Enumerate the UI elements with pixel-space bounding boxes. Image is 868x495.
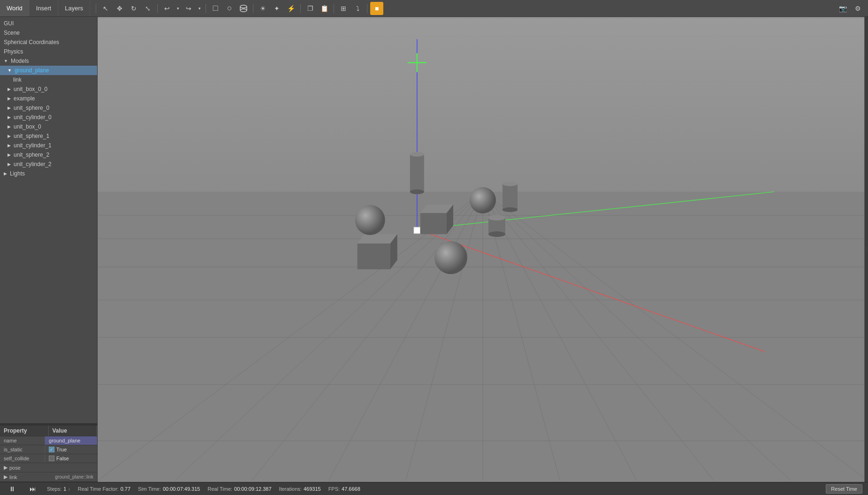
ground-plane-arrow: ▼ bbox=[8, 68, 12, 73]
ground-plane-link-label: link bbox=[13, 76, 22, 83]
translate-tool-button[interactable]: ✥ bbox=[113, 2, 126, 15]
svg-marker-33 bbox=[358, 244, 390, 269]
link-expand-left: ▶ link bbox=[4, 474, 17, 480]
steps-item: Steps: 1 ↓ bbox=[47, 486, 70, 492]
ground-plane-link-item[interactable]: link bbox=[0, 75, 97, 84]
redo-dropdown-button[interactable]: ▾ bbox=[196, 2, 203, 15]
sim-time-item: Sim Time: 00:00:07:49.315 bbox=[138, 486, 200, 492]
prop-key-is-static: is_static bbox=[0, 445, 45, 454]
right-edge-handle[interactable]: ⋮ bbox=[864, 17, 868, 482]
menu-tab-world[interactable]: World bbox=[0, 0, 30, 16]
unit-box-0-item[interactable]: ▶ unit_box_0 bbox=[0, 122, 97, 131]
prop-val-name[interactable]: ground_plane bbox=[45, 436, 97, 445]
scene-label: Scene bbox=[4, 30, 20, 36]
real-time-value: 00:00:09:12.387 bbox=[234, 486, 272, 492]
paste-button[interactable]: 📋 bbox=[318, 2, 331, 15]
svg-point-40 bbox=[470, 187, 496, 213]
menu-tab-layers[interactable]: Layers bbox=[58, 0, 90, 16]
fps-value: 47.6668 bbox=[342, 486, 360, 492]
link-arrow: ▶ bbox=[4, 474, 8, 480]
scale-tool-button[interactable]: ⤡ bbox=[141, 2, 154, 15]
copy-button[interactable]: ❐ bbox=[304, 2, 317, 15]
unit-box-0-0-item[interactable]: ▶ unit_box_0_0 bbox=[0, 84, 97, 94]
steps-value: 1 bbox=[63, 486, 66, 492]
directional-light-button[interactable]: ☀ bbox=[256, 2, 269, 15]
unit-sphere-0-item[interactable]: ▶ unit_sphere_0 bbox=[0, 103, 97, 113]
unit-box-0-arrow: ▶ bbox=[8, 124, 11, 129]
gui-item[interactable]: GUI bbox=[0, 19, 97, 28]
toolbar-separator-4 bbox=[253, 4, 253, 13]
unit-box-0-label: unit_box_0 bbox=[14, 123, 41, 130]
iterations-value: 469315 bbox=[304, 486, 321, 492]
spherical-coordinates-item[interactable]: Spherical Coordinates bbox=[0, 38, 97, 47]
svg-point-0 bbox=[240, 5, 247, 8]
link-value: ground_plane::link bbox=[55, 474, 93, 480]
unit-cylinder-1-item[interactable]: ▶ unit_cylinder_1 bbox=[0, 141, 97, 150]
prop-val-self-collide[interactable]: False bbox=[45, 454, 97, 463]
unit-sphere-2-arrow: ▶ bbox=[8, 152, 11, 157]
highlight-button[interactable]: ■ bbox=[370, 2, 383, 15]
prop-val-is-static[interactable]: ✓ True bbox=[45, 445, 97, 454]
rotate-tool-button[interactable]: ↻ bbox=[127, 2, 140, 15]
svg-rect-29 bbox=[414, 227, 420, 234]
select-tool-button[interactable]: ↖ bbox=[99, 2, 112, 15]
pose-label: pose bbox=[9, 465, 21, 471]
status-bar: ⏸ ⏭ Steps: 1 ↓ Real Time Factor: 0.77 Si… bbox=[0, 482, 868, 495]
lights-item[interactable]: ▶ Lights bbox=[0, 169, 97, 178]
models-expand[interactable]: ▼ Models bbox=[0, 56, 97, 66]
svg-marker-37 bbox=[420, 213, 447, 234]
unit-sphere-0-label: unit_sphere_0 bbox=[14, 105, 49, 111]
example-item[interactable]: ▶ example bbox=[0, 94, 97, 103]
iterations-item: Iterations: 469315 bbox=[279, 486, 321, 492]
example-arrow: ▶ bbox=[8, 96, 11, 101]
unit-cylinder-0-item[interactable]: ▶ unit_cylinder_0 bbox=[0, 113, 97, 122]
insert-sphere-button[interactable]: ○ bbox=[223, 2, 236, 15]
svg-rect-41 bbox=[503, 184, 518, 210]
ground-plane-item[interactable]: ▼ ground_plane bbox=[0, 66, 97, 75]
spot-light-button[interactable]: ⚡ bbox=[284, 2, 297, 15]
screenshot-button[interactable]: 📷 bbox=[836, 2, 849, 15]
undo-button[interactable]: ↩ bbox=[160, 2, 174, 15]
unit-sphere-2-label: unit_sphere_2 bbox=[14, 152, 49, 158]
viewport[interactable]: ⋮ bbox=[98, 17, 868, 482]
top-bar: World Insert Layers ↖ ✥ ↻ ⤡ ↩ ▾ ↪ ▾ □ ○ … bbox=[0, 0, 868, 17]
unit-cylinder-0-label: unit_cylinder_0 bbox=[14, 114, 52, 121]
physics-item[interactable]: Physics bbox=[0, 47, 97, 56]
example-label: example bbox=[14, 95, 35, 102]
prop-key-self-collide: self_collide bbox=[0, 454, 45, 463]
toolbar-separator-5 bbox=[300, 4, 301, 13]
real-time-label: Real Time: bbox=[207, 486, 232, 492]
step-forward-button[interactable]: ⏭ bbox=[26, 482, 39, 495]
align-button[interactable]: ⊞ bbox=[337, 2, 350, 15]
insert-box-button[interactable]: □ bbox=[209, 2, 222, 15]
self-collide-checkbox[interactable] bbox=[49, 456, 54, 461]
unit-cylinder-2-arrow: ▶ bbox=[8, 162, 11, 167]
reset-time-button[interactable]: Reset Time bbox=[826, 484, 862, 494]
sim-time-value: 00:00:07:49.315 bbox=[163, 486, 200, 492]
svg-rect-30 bbox=[410, 154, 424, 192]
prop-expand-pose[interactable]: ▶ pose bbox=[0, 463, 97, 472]
settings-button[interactable]: ⚙ bbox=[851, 2, 864, 15]
unit-sphere-1-item[interactable]: ▶ unit_sphere_1 bbox=[0, 131, 97, 141]
svg-point-47 bbox=[434, 241, 467, 274]
svg-point-43 bbox=[503, 207, 518, 212]
prop-expand-link[interactable]: ▶ link ground_plane::link bbox=[0, 472, 97, 482]
menu-tab-insert[interactable]: Insert bbox=[30, 0, 59, 16]
scene-item[interactable]: Scene bbox=[0, 28, 97, 38]
unit-sphere-2-item[interactable]: ▶ unit_sphere_2 bbox=[0, 150, 97, 160]
is-static-checkbox[interactable]: ✓ bbox=[49, 447, 54, 452]
steps-arrow: ↓ bbox=[68, 487, 70, 491]
insert-cylinder-button[interactable] bbox=[237, 2, 250, 15]
svg-point-45 bbox=[488, 215, 505, 221]
undo-dropdown-button[interactable]: ▾ bbox=[175, 2, 181, 15]
svg-marker-34 bbox=[358, 234, 397, 244]
snap-button[interactable]: ⤵ bbox=[351, 2, 364, 15]
unit-sphere-1-label: unit_sphere_1 bbox=[14, 133, 49, 139]
unit-cylinder-2-item[interactable]: ▶ unit_cylinder_2 bbox=[0, 160, 97, 169]
unit-sphere-0-arrow: ▶ bbox=[8, 106, 11, 110]
link-label: link bbox=[9, 474, 17, 480]
toolbar-right: 📷 ⚙ bbox=[836, 2, 868, 15]
redo-button[interactable]: ↪ bbox=[182, 2, 195, 15]
point-light-button[interactable]: ✦ bbox=[270, 2, 283, 15]
pause-button[interactable]: ⏸ bbox=[6, 482, 19, 495]
